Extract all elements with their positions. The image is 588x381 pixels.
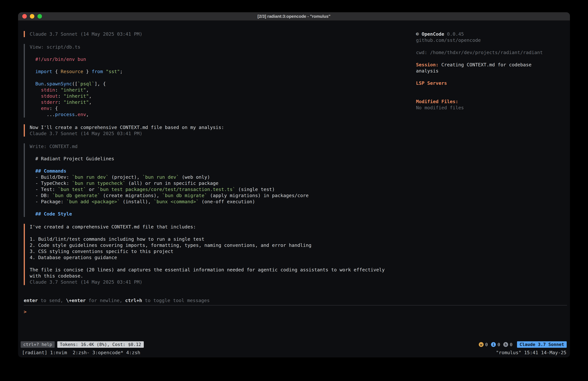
text-segment: (all) or run in specific package bbox=[126, 180, 218, 186]
info-count: 0 bbox=[498, 342, 500, 347]
text-segment: Now I'll create a comprehensive CONTEXT.… bbox=[30, 125, 224, 130]
text-segment: `bun add <package>` bbox=[66, 199, 120, 204]
text-segment: 1. Build/lint/test commands including ho… bbox=[30, 236, 205, 242]
text-segment: `psql` bbox=[78, 81, 95, 87]
text-segment: env bbox=[41, 106, 49, 111]
text-segment: Session: bbox=[416, 62, 439, 67]
terminal-line: ## Code Style bbox=[30, 211, 416, 217]
text-segment: (apply migrations) in packages/core bbox=[207, 193, 309, 198]
diagnostic-hints: h0 bbox=[503, 342, 512, 347]
terminal-line: env: { bbox=[30, 105, 416, 112]
text-segment: "inherit" bbox=[61, 87, 86, 93]
terminal-line bbox=[30, 75, 416, 81]
text-segment: # Radiant Project Guidelines bbox=[30, 156, 114, 161]
text-segment: , bbox=[89, 93, 92, 99]
text-segment: 0.0.45 bbox=[444, 31, 464, 37]
text-segment: Resource bbox=[61, 69, 83, 74]
text-segment: , bbox=[86, 112, 89, 117]
terminal-line bbox=[30, 62, 416, 68]
text-segment: : bbox=[55, 87, 61, 93]
text-segment: ... bbox=[30, 112, 55, 117]
terminal-line: stdout: "inherit", bbox=[30, 93, 416, 99]
empty-space bbox=[18, 315, 570, 341]
hint-text: enter to send, \+enter for newline, ctrl… bbox=[24, 297, 570, 304]
text-segment: - DB: bbox=[30, 193, 52, 198]
text-segment: ## Commands bbox=[30, 168, 66, 174]
tool-output-block: Write: CONTEXT.md # Radiant Project Guid… bbox=[24, 143, 416, 217]
sidebar-line: github.com/sst/opencode bbox=[416, 37, 565, 43]
prompt-input[interactable]: > bbox=[24, 309, 570, 315]
text-segment: } bbox=[83, 69, 92, 74]
terminal-line bbox=[30, 50, 416, 56]
text-segment: `bun test` bbox=[58, 187, 86, 192]
minimize-button[interactable] bbox=[30, 14, 34, 19]
terminal-line: stderr: "inherit", bbox=[30, 99, 416, 105]
terminal-line: 4. Database operations guidance bbox=[30, 254, 416, 261]
text-segment: : { bbox=[49, 106, 58, 111]
diagnostic-warnings: w0 bbox=[479, 342, 488, 347]
tmux-session-info: "romulus" 15:41 14-May-25 bbox=[496, 349, 567, 356]
text-segment: `bunx <command>` bbox=[154, 199, 199, 204]
terminal-line bbox=[30, 150, 416, 156]
text-segment: `bun run typecheck` bbox=[72, 180, 126, 186]
tool-output-block: View: script/db.ts #!/usr/bin/env bun im… bbox=[24, 44, 416, 117]
sidebar-line bbox=[416, 56, 565, 62]
text-segment: #!/usr/bin/env bun bbox=[30, 57, 86, 62]
text-segment: import bbox=[35, 69, 52, 74]
text-segment: ctrl+h bbox=[125, 298, 142, 303]
assistant-message-block: Claude 3.7 Sonnet (14 May 2025 03:41 PM) bbox=[24, 31, 416, 37]
sidebar-line: No modified files bbox=[416, 105, 565, 111]
text-segment: "inherit" bbox=[63, 93, 89, 99]
terminal-line: View: script/db.ts bbox=[30, 44, 416, 50]
text-segment: cwd: /home/thdxr/dev/projects/radiant/ra… bbox=[416, 50, 543, 55]
zoom-button[interactable] bbox=[38, 14, 42, 19]
text-segment: ], { bbox=[95, 81, 106, 87]
tmux-window-list[interactable]: [radiant] 1:nvim 2:zsh- 3:opencode* 4:zs… bbox=[22, 349, 140, 356]
terminal-window: [2/3] radiant:3:opencode - "romulus" Cla… bbox=[18, 12, 570, 358]
text-segment: "inherit" bbox=[63, 99, 89, 105]
sidebar-line bbox=[416, 43, 565, 49]
terminal-line: #!/usr/bin/env bun bbox=[30, 56, 416, 62]
text-segment: to toggle tool messages bbox=[142, 298, 210, 303]
text-segment: `bun run dev` bbox=[142, 174, 179, 180]
tokens-badge: Tokens: 16.4K (8%), Cost: $0.12 bbox=[57, 341, 144, 348]
editor-area: enter to send, \+enter for newline, ctrl… bbox=[18, 297, 570, 315]
sidebar-line: Session: Creating CONTEXT.md for codebas… bbox=[416, 62, 565, 68]
sidebar-line: analysis bbox=[416, 68, 565, 74]
text-segment: stdout bbox=[41, 93, 58, 99]
sidebar-line: © OpenCode 0.0.45 bbox=[416, 31, 565, 37]
terminal-line: stdin: "inherit", bbox=[30, 87, 416, 93]
terminal-line: Bun.spawnSync([`psql`], { bbox=[30, 81, 416, 87]
text-segment: - Build/Dev: bbox=[30, 174, 72, 180]
terminal-line: ...process.env, bbox=[30, 112, 416, 117]
text-segment: , bbox=[89, 99, 92, 105]
assistant-message-block: I've created a comprehensive CONTEXT.md … bbox=[24, 224, 416, 285]
model-badge: Claude 3.7 Sonnet bbox=[517, 341, 567, 348]
text-segment: ; bbox=[120, 69, 123, 74]
text-segment: `bun db generate` bbox=[52, 193, 100, 198]
terminal-line: - DB: `bun db generate` (create migratio… bbox=[30, 192, 416, 199]
assistant-message-block: Now I'll create a comprehensive CONTEXT.… bbox=[24, 124, 416, 136]
close-button[interactable] bbox=[22, 14, 27, 19]
text-segment: `bun run dev` bbox=[72, 174, 109, 180]
warnings-icon: w bbox=[479, 342, 483, 347]
window-title: [2/3] radiant:3:opencode - "romulus" bbox=[257, 14, 331, 19]
sidebar-line: cwd: /home/thdxr/dev/projects/radiant/ra… bbox=[416, 49, 565, 56]
sidebar-line bbox=[416, 92, 565, 98]
terminal-line: I've created a comprehensive CONTEXT.md … bbox=[30, 224, 416, 230]
terminal-line: Now I'll create a comprehensive CONTEXT.… bbox=[30, 124, 416, 131]
text-segment: Claude 3.7 Sonnet (14 May 2025 03:41 PM) bbox=[30, 279, 142, 285]
terminal-line: - Test: `bun test` or `bun test packages… bbox=[30, 186, 416, 192]
terminal-line bbox=[30, 205, 416, 211]
text-segment: 2. Code style guidelines covering import… bbox=[30, 243, 312, 248]
text-segment: I've created a comprehensive CONTEXT.md … bbox=[30, 224, 196, 230]
text-segment: : bbox=[58, 93, 63, 99]
terminal-content: Claude 3.7 Sonnet (14 May 2025 03:41 PM)… bbox=[18, 21, 570, 358]
terminal-line bbox=[30, 230, 416, 236]
text-segment: (create migrations), bbox=[100, 193, 162, 198]
terminal-line: - TypeCheck: `bun run typecheck` (all) o… bbox=[30, 180, 416, 186]
text-segment: (project), bbox=[109, 174, 143, 180]
text-segment: github.com/sst/opencode bbox=[416, 37, 481, 43]
traffic-lights bbox=[22, 12, 42, 20]
text-segment: 3. CSS styling conventions specific to t… bbox=[30, 249, 173, 254]
